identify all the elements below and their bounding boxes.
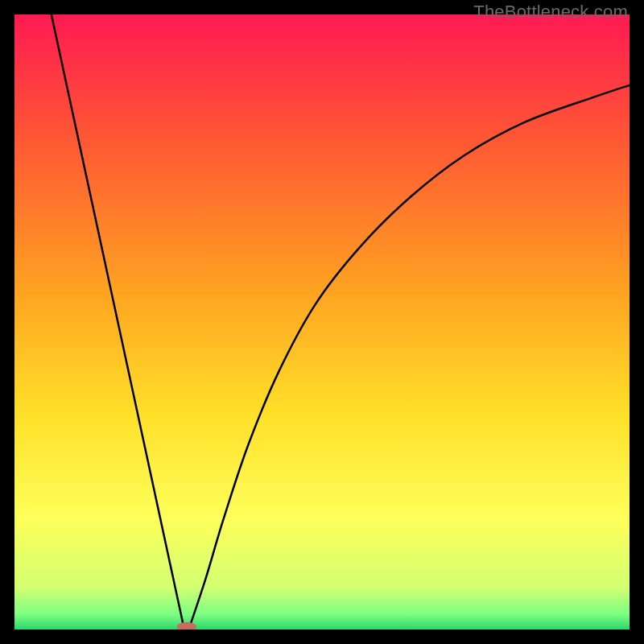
chart-svg	[14, 14, 630, 630]
gradient-background	[14, 14, 630, 630]
chart-frame	[14, 14, 630, 630]
watermark-text: TheBottleneck.com	[473, 2, 628, 23]
